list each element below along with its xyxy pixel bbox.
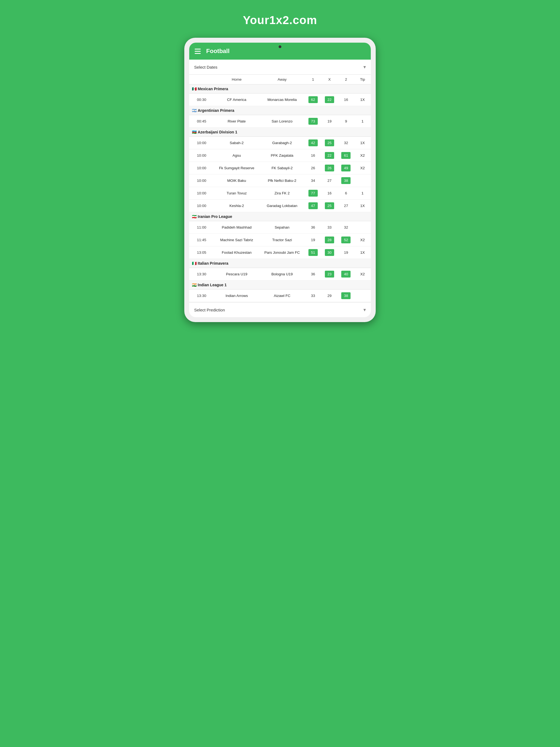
match-v1: 51 <box>305 247 321 259</box>
match-v1: 19 <box>305 234 321 247</box>
league-row: 🇦🇿Azerbaijani Division 1 <box>189 128 371 137</box>
match-time: 13:30 <box>189 289 214 302</box>
col-header-away: Away <box>259 75 305 84</box>
match-vx: 25 <box>321 137 338 149</box>
match-away: Aizawl FC <box>259 289 305 302</box>
league-row: 🇮🇹Italian Primavera <box>189 259 371 268</box>
table-header-row: Home Away 1 X 2 Tip <box>189 75 371 84</box>
match-tip: 1 <box>354 115 371 128</box>
table-row[interactable]: 00:45River PlateSan Lorenzo731991 <box>189 115 371 128</box>
match-away: Garadag Lokbatan <box>259 200 305 212</box>
table-row[interactable]: 00:30CF AmericaMonarcas Morelia6222161X <box>189 94 371 106</box>
match-v1: 62 <box>305 94 321 106</box>
match-away: Bologna U19 <box>259 268 305 281</box>
col-header-tip: Tip <box>354 75 371 84</box>
match-vx: 22 <box>321 94 338 106</box>
match-tip: 1X <box>354 137 371 149</box>
select-dates-dropdown-icon: ▾ <box>363 64 366 70</box>
select-prediction-bar[interactable]: Select Prediction ▾ <box>189 302 371 317</box>
col-header-home: Home <box>214 75 259 84</box>
match-home: River Plate <box>214 115 259 128</box>
match-time: 13:05 <box>189 247 214 259</box>
match-away: Sepahan <box>259 221 305 234</box>
match-v1: 34 <box>305 175 321 187</box>
match-time: 11:45 <box>189 234 214 247</box>
match-vx: 27 <box>321 175 338 187</box>
match-tip: 1 <box>354 187 371 200</box>
league-row: 🇮🇷Iranian Pro League <box>189 212 371 221</box>
match-home: Sabah-2 <box>214 137 259 149</box>
table-row[interactable]: 13:05Foolad KhuzestanPars Jonoubi Jam FC… <box>189 247 371 259</box>
select-prediction-dropdown-icon: ▾ <box>363 307 366 313</box>
match-v1: 16 <box>305 149 321 162</box>
match-v2: 61 <box>338 149 354 162</box>
match-v1: 77 <box>305 187 321 200</box>
match-tip: X2 <box>354 162 371 175</box>
hamburger-menu[interactable] <box>195 49 201 54</box>
match-time: 11:00 <box>189 221 214 234</box>
match-home: Keshla-2 <box>214 200 259 212</box>
match-vx: 19 <box>321 115 338 128</box>
match-v1: 42 <box>305 137 321 149</box>
table-row[interactable]: 11:45Machine Sazi TabrizTractor Sazi1928… <box>189 234 371 247</box>
matches-table-container: Home Away 1 X 2 Tip 🇲🇽Mexican Primera00:… <box>189 75 371 302</box>
match-away: Tractor Sazi <box>259 234 305 247</box>
match-home: Foolad Khuzestan <box>214 247 259 259</box>
match-tip: X2 <box>354 234 371 247</box>
device-frame: Football Select Dates ▾ Home Away 1 X 2 … <box>184 38 376 322</box>
table-row[interactable]: 10:00MOIK BakuPfk Neftci Baku-2342738 <box>189 175 371 187</box>
matches-table: Home Away 1 X 2 Tip 🇲🇽Mexican Primera00:… <box>189 75 371 302</box>
league-row: 🇲🇽Mexican Primera <box>189 84 371 94</box>
match-v2: 32 <box>338 137 354 149</box>
match-time: 10:00 <box>189 175 214 187</box>
table-row[interactable]: 10:00Keshla-2Garadag Lokbatan4725271X <box>189 200 371 212</box>
match-tip: 1X <box>354 200 371 212</box>
match-away: Monarcas Morelia <box>259 94 305 106</box>
match-time: 00:30 <box>189 94 214 106</box>
match-tip: 1X <box>354 247 371 259</box>
table-row[interactable]: 11:00Padideh MashhadSepahan363332 <box>189 221 371 234</box>
match-vx: 25 <box>321 200 338 212</box>
match-time: 10:00 <box>189 187 214 200</box>
match-away: Pfk Neftci Baku-2 <box>259 175 305 187</box>
site-title: Your1x2.com <box>243 5 317 38</box>
table-row[interactable]: 10:00Fk Sumgayit ReserveFK Sabayil-22626… <box>189 162 371 175</box>
match-v1: 73 <box>305 115 321 128</box>
device-screen: Football Select Dates ▾ Home Away 1 X 2 … <box>189 43 371 317</box>
league-row: 🇦🇷Argentinian Primera <box>189 106 371 115</box>
table-row[interactable]: 13:30Pescara U19Bologna U19362340X2 <box>189 268 371 281</box>
match-away: Garabagh-2 <box>259 137 305 149</box>
match-v2: 9 <box>338 115 354 128</box>
match-tip: X2 <box>354 149 371 162</box>
match-tip: 1X <box>354 94 371 106</box>
match-tip <box>354 289 371 302</box>
match-home: CF America <box>214 94 259 106</box>
match-vx: 29 <box>321 289 338 302</box>
match-vx: 28 <box>321 234 338 247</box>
match-home: Fk Sumgayit Reserve <box>214 162 259 175</box>
match-v2: 38 <box>338 175 354 187</box>
match-vx: 16 <box>321 187 338 200</box>
match-tip <box>354 175 371 187</box>
match-away: Zira FK 2 <box>259 187 305 200</box>
table-row[interactable]: 10:00Turan TovuzZira FK 2771661 <box>189 187 371 200</box>
select-dates-bar[interactable]: Select Dates ▾ <box>189 60 371 75</box>
match-v2: 38 <box>338 289 354 302</box>
match-v2: 6 <box>338 187 354 200</box>
table-row[interactable]: 10:00AgsuPFK Zaqatala162261X2 <box>189 149 371 162</box>
match-away: San Lorenzo <box>259 115 305 128</box>
match-away: FK Sabayil-2 <box>259 162 305 175</box>
match-tip <box>354 221 371 234</box>
match-home: Indian Arrows <box>214 289 259 302</box>
match-home: Turan Tovuz <box>214 187 259 200</box>
match-v2: 32 <box>338 221 354 234</box>
match-vx: 26 <box>321 162 338 175</box>
match-v2: 40 <box>338 268 354 281</box>
table-row[interactable]: 13:30Indian ArrowsAizawl FC332938 <box>189 289 371 302</box>
match-time: 00:45 <box>189 115 214 128</box>
league-row: 🇮🇳Indian League 1 <box>189 281 371 289</box>
match-vx: 22 <box>321 149 338 162</box>
match-home: Padideh Mashhad <box>214 221 259 234</box>
table-row[interactable]: 10:00Sabah-2Garabagh-24225321X <box>189 137 371 149</box>
match-tip: X2 <box>354 268 371 281</box>
